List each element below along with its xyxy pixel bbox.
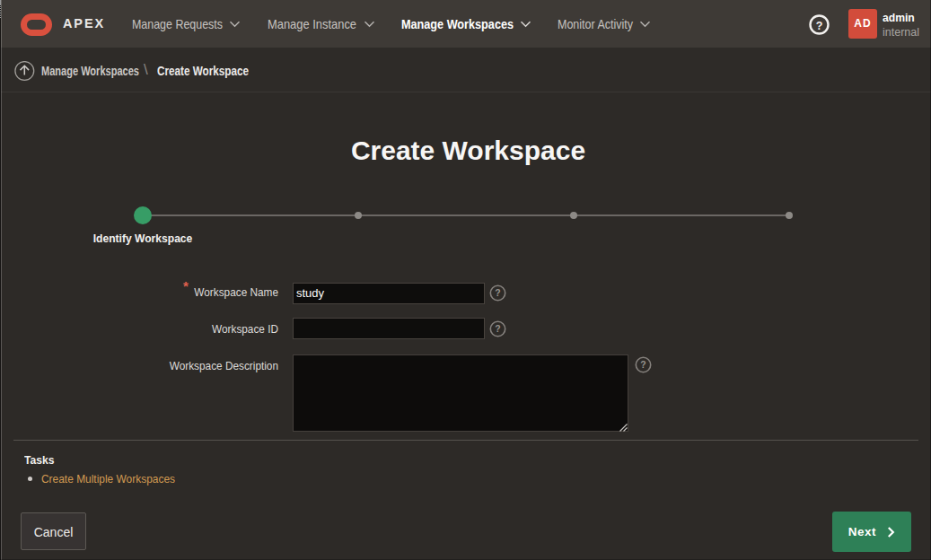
svg-text:?: ? bbox=[495, 323, 500, 334]
svg-text:?: ? bbox=[495, 287, 500, 298]
svg-text:?: ? bbox=[816, 20, 823, 32]
svg-text:?: ? bbox=[640, 359, 646, 370]
